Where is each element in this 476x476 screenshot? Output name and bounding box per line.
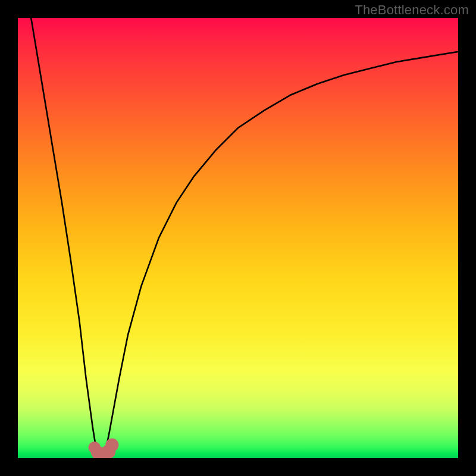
curve-layer (18, 18, 458, 458)
marker-dot (105, 439, 118, 452)
marker-layer (88, 439, 118, 458)
chart-frame: TheBottleneck.com (0, 0, 476, 476)
bottleneck-curve (31, 18, 458, 454)
watermark-text: TheBottleneck.com (355, 2, 469, 18)
plot-area (18, 18, 458, 458)
